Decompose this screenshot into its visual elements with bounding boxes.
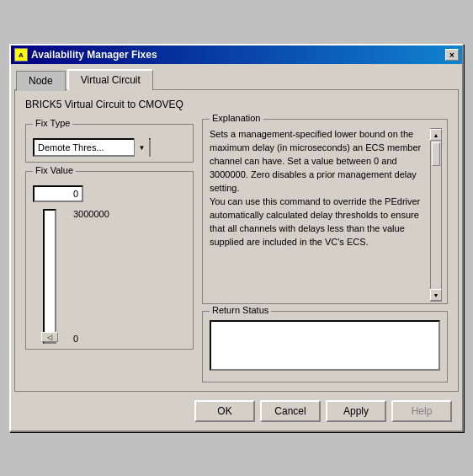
- apply-button[interactable]: Apply: [326, 400, 386, 422]
- fix-value-input[interactable]: 0: [33, 185, 83, 202]
- scroll-thumb[interactable]: [432, 142, 440, 166]
- fix-type-select[interactable]: Demote Thres... ▼: [33, 138, 151, 157]
- slider-container: ◁ 3000000 0: [33, 209, 186, 344]
- subtitle: BRICK5 Virtual Circuit to CMOVEQ: [25, 99, 448, 110]
- window-icon: A: [14, 48, 28, 62]
- fix-type-group: Fix Type Demote Thres... ▼: [25, 124, 194, 163]
- ok-button[interactable]: OK: [194, 400, 255, 422]
- explanation-text: Sets a management-specified lower bound …: [210, 128, 440, 302]
- main-area: Fix Type Demote Thres... ▼ Fix Value 0: [25, 119, 448, 382]
- close-button[interactable]: ×: [445, 49, 459, 61]
- tab-node[interactable]: Node: [16, 71, 66, 91]
- scroll-down-arrow[interactable]: ▼: [430, 289, 442, 301]
- scroll-up-arrow[interactable]: ▲: [430, 129, 442, 141]
- cancel-button[interactable]: Cancel: [260, 400, 321, 422]
- slider-max-label: 3000000: [73, 209, 109, 219]
- return-status-label: Return Status: [210, 305, 271, 315]
- fix-type-label: Fix Type: [33, 118, 72, 128]
- fix-value-group: Fix Value 0 ◁ 300000: [25, 171, 194, 350]
- main-window: A Availability Manager Fixes × Node Virt…: [9, 44, 464, 432]
- explanation-label: Explanation: [210, 113, 263, 123]
- tab-virtual-circuit[interactable]: Virtual Circuit: [67, 69, 153, 90]
- left-panel: Fix Type Demote Thres... ▼ Fix Value 0: [25, 119, 194, 382]
- fix-type-value: Demote Thres...: [35, 141, 134, 154]
- button-bar: OK Cancel Apply Help: [11, 392, 462, 431]
- tab-bar: Node Virtual Circuit: [11, 64, 462, 89]
- right-panel: Explanation Sets a management-specified …: [202, 119, 448, 382]
- help-button[interactable]: Help: [391, 400, 452, 422]
- return-status-content: [210, 320, 440, 371]
- slider-min-label: 0: [73, 334, 109, 344]
- fix-type-arrow[interactable]: ▼: [134, 138, 149, 157]
- slider-thumb[interactable]: ◁: [41, 332, 58, 342]
- explanation-group: Explanation Sets a management-specified …: [202, 119, 448, 304]
- fix-value-label: Fix Value: [33, 165, 76, 175]
- title-bar: A Availability Manager Fixes ×: [11, 45, 462, 64]
- explanation-scrollbar: ▲ ▼: [430, 128, 442, 302]
- window-title: Availability Manager Fixes: [31, 49, 445, 61]
- return-status-group: Return Status: [202, 311, 448, 382]
- tab-content: BRICK5 Virtual Circuit to CMOVEQ Fix Typ…: [14, 89, 459, 392]
